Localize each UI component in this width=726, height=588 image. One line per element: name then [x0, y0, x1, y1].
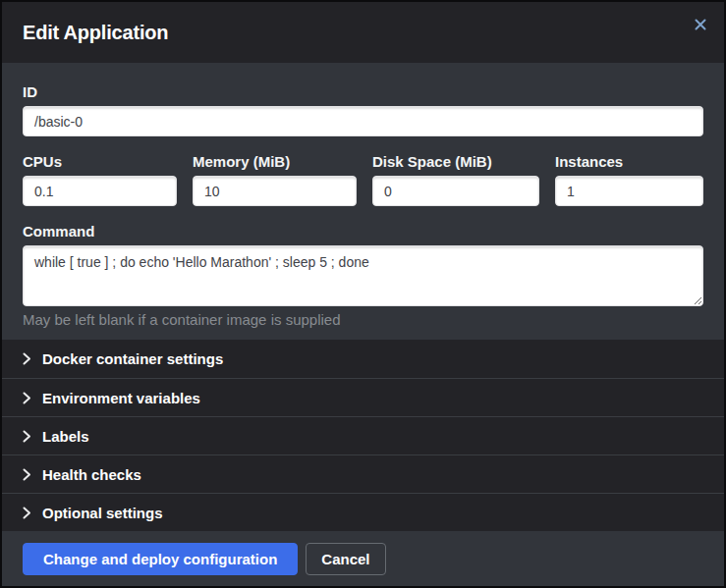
close-icon[interactable]	[691, 15, 710, 34]
memory-input[interactable]	[193, 176, 357, 206]
cpus-field-group: CPUs	[23, 153, 177, 206]
edit-application-modal: Edit Application ID CPUs Memory (MiB) Di…	[0, 0, 726, 588]
resources-row: CPUs Memory (MiB) Disk Space (MiB) Insta…	[23, 153, 703, 206]
close-x-glyph	[695, 19, 706, 30]
section-label: Health checks	[42, 466, 141, 483]
chevron-right-icon	[23, 392, 31, 403]
section-label: Environment variables	[42, 390, 200, 406]
cpus-label: CPUs	[23, 153, 177, 170]
modal-title: Edit Application	[23, 22, 168, 44]
form-area: ID CPUs Memory (MiB) Disk Space (MiB) In…	[2, 63, 724, 340]
modal-footer: Change and deploy configuration Cancel	[2, 531, 724, 586]
chevron-right-icon	[23, 430, 31, 442]
section-environment-variables[interactable]: Environment variables	[2, 378, 724, 416]
disk-label: Disk Space (MiB)	[372, 153, 539, 170]
section-label: Optional settings	[42, 505, 163, 521]
chevron-right-icon	[23, 468, 31, 480]
memory-field-group: Memory (MiB)	[193, 153, 357, 206]
section-labels[interactable]: Labels	[2, 416, 724, 454]
cpus-input[interactable]	[23, 176, 177, 206]
instances-field-group: Instances	[555, 153, 703, 206]
chevron-right-icon	[23, 353, 31, 365]
instances-label: Instances	[555, 153, 703, 170]
cancel-button[interactable]: Cancel	[306, 543, 385, 575]
command-field-group: Command while [ true ] ; do echo 'Hello …	[23, 223, 703, 328]
section-label: Labels	[42, 428, 89, 445]
chevron-right-icon	[23, 507, 31, 518]
disk-input[interactable]	[372, 176, 539, 206]
section-label: Docker container settings	[42, 350, 223, 367]
section-docker-container-settings[interactable]: Docker container settings	[2, 340, 724, 378]
id-input[interactable]	[23, 106, 703, 136]
command-help-text: May be left blank if a container image i…	[23, 311, 703, 328]
instances-input[interactable]	[555, 176, 703, 206]
section-health-checks[interactable]: Health checks	[2, 454, 724, 493]
id-field-group: ID	[23, 83, 703, 136]
id-label: ID	[23, 83, 703, 100]
section-optional-settings[interactable]: Optional settings	[2, 493, 724, 531]
modal-header: Edit Application	[2, 2, 724, 63]
disk-field-group: Disk Space (MiB)	[372, 153, 539, 206]
collapsible-sections: Docker container settings Environment va…	[2, 340, 724, 531]
command-label: Command	[23, 223, 703, 240]
command-textarea[interactable]: while [ true ] ; do echo 'Hello Marathon…	[23, 245, 703, 306]
change-and-deploy-button[interactable]: Change and deploy configuration	[23, 543, 298, 575]
memory-label: Memory (MiB)	[193, 153, 357, 170]
